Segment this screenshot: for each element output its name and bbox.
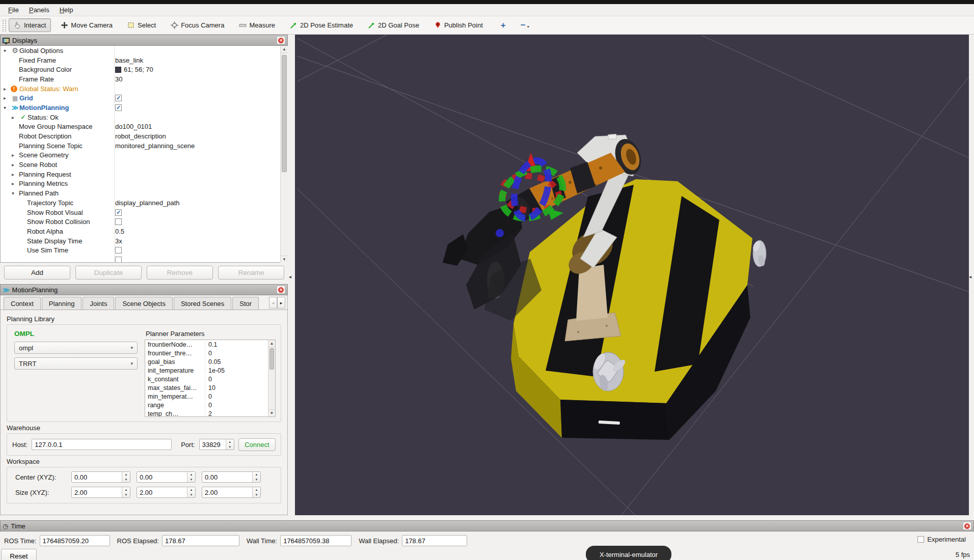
host-input[interactable]	[32, 439, 172, 450]
stepper-arrows[interactable]: ▲▼	[252, 472, 260, 482]
expander-icon[interactable]: ▸	[4, 86, 11, 92]
panel-splitter[interactable]: ◂	[288, 35, 295, 515]
tab[interactable]: Joints	[83, 297, 114, 310]
scroll-down-icon[interactable]: ▼	[268, 409, 275, 416]
menu-file[interactable]: File	[3, 5, 24, 15]
remove-tool-button[interactable]: − ▾	[516, 19, 534, 32]
stepper-arrows[interactable]: ▲▼	[122, 487, 130, 497]
expander-icon[interactable]: ▸	[4, 95, 11, 101]
tree-row[interactable]: ▸ Scene Geometry	[1, 151, 287, 160]
parameter-value[interactable]: 0.05	[205, 358, 221, 366]
property-value[interactable]: monitored_planning_scene	[114, 142, 287, 150]
property-value[interactable]	[114, 95, 287, 101]
tree-row[interactable]: Show Robot Collision	[1, 217, 287, 227]
center-coordinate-stepper[interactable]: ▲▼	[71, 471, 130, 483]
scrollbar-thumb[interactable]	[269, 348, 274, 370]
tab-scroll-left-icon[interactable]: ◂	[269, 297, 277, 309]
tree-row[interactable]: Trajectory Topic display_planned_path	[1, 198, 287, 208]
tree-row[interactable]: Robot Alpha 0.5	[1, 227, 287, 236]
params-scrollbar[interactable]: ▲ ▼	[268, 340, 275, 416]
size-coordinate-stepper[interactable]: ▲▼	[71, 487, 130, 498]
display-action-button[interactable]: Remove	[147, 266, 213, 279]
property-value[interactable]: 61; 56; 70	[114, 66, 287, 73]
time-field-input[interactable]	[40, 535, 110, 546]
parameter-row[interactable]: frountierNode… 0.1	[145, 340, 268, 349]
property-value[interactable]	[114, 247, 287, 254]
scroll-up-icon[interactable]: ▲	[281, 46, 288, 53]
marker-segment-blue[interactable]	[496, 229, 504, 237]
expander-icon[interactable]: ▸	[12, 115, 19, 120]
property-value[interactable]	[114, 209, 287, 216]
tool-publish-point[interactable]: Publish Point	[429, 18, 488, 32]
experimental-checkbox[interactable]	[917, 536, 924, 543]
tool-interact[interactable]: Interact	[9, 18, 51, 32]
tab[interactable]: Planning	[42, 297, 82, 310]
displays-close-button[interactable]: ✕	[277, 36, 285, 44]
scrollbar-thumb[interactable]	[282, 55, 287, 172]
property-checkbox[interactable]	[115, 209, 122, 216]
time-field-input[interactable]	[162, 535, 239, 546]
parameter-value[interactable]: 0	[205, 376, 212, 383]
parameter-row[interactable]: min_temperat… 0	[145, 392, 268, 401]
displays-scrollbar[interactable]: ▲ ▼	[280, 46, 288, 263]
parameter-row[interactable]: max_states_fai… 10	[145, 383, 268, 392]
tree-row[interactable]: ▸ Grid	[1, 93, 287, 103]
stepper-arrows[interactable]: ▲▼	[187, 487, 195, 497]
motion-planning-header[interactable]: ≫ MotionPlanning ✕	[0, 284, 288, 295]
parameter-value[interactable]: 0.1	[205, 341, 217, 348]
property-value[interactable]	[114, 257, 287, 263]
tree-row[interactable]: Use Sim Time	[1, 245, 287, 255]
tree-row[interactable]: ▸ Planning Request	[1, 170, 287, 179]
experimental-toggle[interactable]: Experimental	[917, 536, 966, 543]
property-value[interactable]: display_planned_path	[114, 199, 287, 207]
scroll-down-icon[interactable]: ▼	[281, 256, 288, 263]
tool-move-camera[interactable]: Move Camera	[56, 18, 118, 32]
3d-viewport[interactable]	[295, 35, 969, 515]
center-coordinate-stepper[interactable]: ▲▼	[202, 471, 261, 483]
stepper-arrows[interactable]: ▲▼	[252, 487, 260, 497]
stepper-arrows[interactable]: ▲▼	[187, 472, 195, 482]
tool-2d-goal-pose[interactable]: 2D Goal Pose	[363, 18, 424, 32]
tree-row[interactable]	[1, 255, 287, 263]
property-value[interactable]: base_link	[114, 57, 287, 64]
planner-combo[interactable]: TRRT ▾	[14, 357, 138, 370]
tree-row[interactable]: ▸ Scene Robot	[1, 160, 287, 170]
display-action-button[interactable]: Rename	[218, 266, 284, 279]
tree-row[interactable]: ▸ Status: Ok	[1, 113, 287, 122]
property-value[interactable]: robot_description	[114, 132, 287, 140]
size-coordinate-stepper[interactable]: ▲▼	[202, 487, 261, 498]
property-checkbox[interactable]	[115, 95, 122, 101]
parameter-value[interactable]: 0	[205, 402, 212, 409]
add-tool-button[interactable]: +	[496, 19, 511, 32]
parameter-value[interactable]: 10	[205, 384, 215, 391]
connect-button[interactable]: Connect	[238, 438, 276, 451]
scroll-up-icon[interactable]: ▲	[268, 340, 275, 347]
property-value[interactable]: 3x	[114, 237, 287, 245]
planner-parameters-table[interactable]: frountierNode… 0.1 frountier_thre… 0	[145, 340, 276, 417]
display-action-button[interactable]: Duplicate	[75, 266, 142, 279]
stepper-arrows[interactable]: ▲▼	[226, 439, 234, 450]
tree-row[interactable]: Fixed Frame base_link	[1, 55, 287, 65]
tree-row[interactable]: State Display Time 3x	[1, 236, 287, 246]
motion-planning-close-button[interactable]: ✕	[277, 286, 285, 294]
tab[interactable]: Stor	[232, 297, 259, 310]
expander-icon[interactable]: ▸	[12, 152, 19, 158]
property-checkbox[interactable]	[115, 257, 122, 263]
time-field-input[interactable]	[280, 535, 351, 546]
marker-arrow-green[interactable]	[548, 209, 563, 220]
time-panel-header[interactable]: ◷ Time ✕	[0, 520, 974, 531]
property-value[interactable]: 0.5	[114, 228, 287, 235]
library-combo[interactable]: ompl ▾	[14, 342, 138, 354]
property-value[interactable]	[114, 218, 287, 225]
parameter-value[interactable]: 2	[205, 410, 212, 417]
parameter-row[interactable]: init_temperature 1e-05	[145, 366, 268, 375]
tree-row[interactable]: Planning Scene Topic monitored_planning_…	[1, 141, 287, 151]
time-close-button[interactable]: ✕	[963, 522, 971, 530]
property-value[interactable]: do100_0101	[114, 123, 287, 130]
right-collapse-strip[interactable]: ◂	[969, 35, 974, 515]
window-titlebar[interactable]	[0, 0, 974, 4]
expander-icon[interactable]: ▸	[12, 172, 19, 177]
parameter-value[interactable]: 0	[205, 350, 212, 357]
parameter-row[interactable]: range 0	[145, 401, 268, 409]
tree-row[interactable]: Move Group Namespace do100_0101	[1, 122, 287, 132]
